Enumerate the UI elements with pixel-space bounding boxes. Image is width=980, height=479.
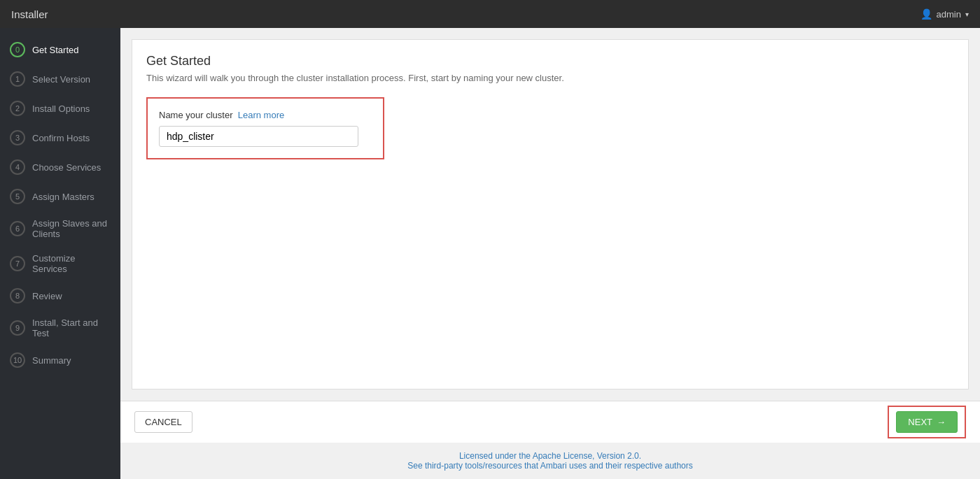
step-5-circle: 5 (10, 189, 25, 204)
sidebar-item-assign-masters[interactable]: 5 Assign Masters (0, 182, 120, 211)
third-party-link[interactable]: See third-party tools/resources that Amb… (407, 461, 693, 471)
sidebar-item-get-started[interactable]: 0 Get Started (0, 35, 120, 64)
step-1-circle: 1 (10, 71, 25, 87)
caret-icon: ▾ (965, 10, 969, 18)
step-0-circle: 0 (10, 42, 25, 57)
sidebar-item-label-install-start-test: Install, Start and Test (32, 317, 111, 338)
step-2-circle: 2 (10, 101, 25, 116)
page-subtitle: This wizard will walk you through the cl… (146, 73, 954, 83)
footer: Licensed under the Apache License, Versi… (120, 443, 980, 479)
step-7-circle: 7 (10, 256, 25, 271)
step-4-circle: 4 (10, 159, 25, 175)
content-panel: Get Started This wizard will walk you th… (132, 39, 969, 389)
sidebar-item-label-install-options: Install Options (32, 103, 90, 114)
user-icon: 👤 (920, 8, 932, 20)
sidebar-item-label-get-started: Get Started (32, 45, 78, 55)
sidebar-item-confirm-hosts[interactable]: 3 Confirm Hosts (0, 123, 120, 152)
apache-license-link[interactable]: Licensed under the Apache License, Versi… (459, 451, 641, 461)
sidebar-item-review[interactable]: 8 Review (0, 281, 120, 310)
content-area: Get Started This wizard will walk you th… (120, 28, 980, 479)
step-3-circle: 3 (10, 130, 25, 145)
sidebar-item-customize-services[interactable]: 7 Customize Services (0, 246, 120, 281)
sidebar-item-label-review: Review (32, 291, 62, 301)
main-layout: 0 Get Started 1 Select Version 2 Install… (0, 28, 980, 479)
sidebar-item-summary[interactable]: 10 Summary (0, 345, 120, 375)
sidebar-item-install-start-test[interactable]: 9 Install, Start and Test (0, 310, 120, 345)
sidebar-item-label-customize-services: Customize Services (32, 253, 111, 274)
page-title: Get Started (146, 54, 954, 69)
cancel-button[interactable]: CANCEL (134, 411, 192, 433)
sidebar-item-label-confirm-hosts: Confirm Hosts (32, 133, 90, 143)
cluster-name-label: Name your cluster Learn more (159, 110, 372, 120)
step-8-circle: 8 (10, 288, 25, 303)
sidebar-item-label-assign-masters: Assign Masters (32, 192, 94, 202)
user-label: admin (937, 9, 961, 20)
learn-more-link[interactable]: Learn more (238, 110, 284, 120)
sidebar-item-label-choose-services: Choose Services (32, 162, 101, 173)
step-9-circle: 9 (10, 320, 25, 336)
step-6-circle: 6 (10, 221, 25, 236)
app-title: Installer (11, 8, 48, 20)
sidebar: 0 Get Started 1 Select Version 2 Install… (0, 28, 120, 479)
sidebar-item-choose-services[interactable]: 4 Choose Services (0, 152, 120, 182)
next-button[interactable]: NEXT → (896, 411, 958, 433)
bottom-right-area: NEXT → (888, 406, 966, 438)
sidebar-item-assign-slaves[interactable]: 6 Assign Slaves and Clients (0, 211, 120, 246)
step-10-circle: 10 (10, 352, 25, 368)
sidebar-item-label-summary: Summary (32, 355, 71, 366)
cluster-name-input[interactable] (159, 126, 358, 147)
sidebar-item-label-assign-slaves: Assign Slaves and Clients (32, 218, 111, 239)
bottom-bar: CANCEL NEXT → (120, 401, 980, 443)
topbar: Installer 👤 admin ▾ (0, 0, 980, 28)
sidebar-item-install-options[interactable]: 2 Install Options (0, 94, 120, 123)
cluster-name-form-box: Name your cluster Learn more (146, 97, 384, 159)
sidebar-item-label-select-version: Select Version (32, 74, 90, 85)
user-menu[interactable]: 👤 admin ▾ (920, 8, 969, 20)
sidebar-item-select-version[interactable]: 1 Select Version (0, 64, 120, 94)
